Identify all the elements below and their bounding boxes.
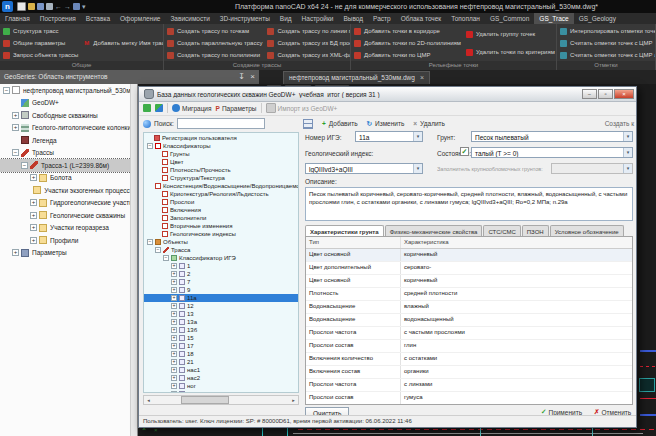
expand-icon[interactable]: + <box>171 343 177 349</box>
expand-icon[interactable]: + <box>171 271 177 277</box>
ribbon-item-добавить-точки-в-коридоре[interactable]: Добавить точки в коридоре <box>354 26 461 37</box>
qat-dropdown-icon[interactable]: ▾ <box>82 0 86 13</box>
table-row[interactable]: Цвет основнойкоричневый <box>306 249 632 262</box>
tree-item-7[interactable]: +7 <box>144 278 298 286</box>
tree-item-трасса[interactable]: −Трасса <box>144 246 298 254</box>
palette-scrollbar[interactable] <box>130 84 137 436</box>
ribbon-item-добавить-точки-по-2d-полилиниям[interactable]: Добавить точки по 2D-полилиниям <box>354 38 461 49</box>
ribbon-tab-топоплан[interactable]: Топоплан <box>446 13 485 24</box>
tree-item-легенда[interactable]: Легенда <box>0 134 137 147</box>
ribbon-tab-3d-инструменты[interactable]: 3D-инструменты <box>215 13 275 24</box>
soil-combobox[interactable]: Песок пылеватый▾ <box>471 131 633 142</box>
table-row[interactable]: Прослои частотас частыми прослоями <box>306 327 632 340</box>
expand-icon[interactable]: + <box>171 287 177 293</box>
expand-icon[interactable]: + <box>171 383 177 389</box>
collapse-icon[interactable]: − <box>3 87 10 94</box>
tree-item-нас1[interactable]: +нас1 <box>144 366 298 374</box>
collapse-icon[interactable]: − <box>147 239 153 245</box>
state-checkbox[interactable]: ✓ <box>460 147 469 156</box>
ribbon-item-создать-трассу-из-бд-проекта[interactable]: Создать трассу из БД проекта <box>267 38 351 49</box>
tree-item-9[interactable]: +9 <box>144 286 298 294</box>
ribbon-item-удалить-точки-по-критериям[interactable]: Удалить точки по критериям <box>466 47 555 58</box>
ribbon-item-удалить-группу-точек[interactable]: Удалить группу точек <box>466 29 555 40</box>
ribbon-tab-растр[interactable]: Растр <box>368 13 396 24</box>
expand-icon[interactable]: + <box>30 224 37 231</box>
tree-item-геологические-скважины[interactable]: +Геологические скважины <box>0 209 137 222</box>
expand-icon[interactable]: + <box>171 375 177 381</box>
ribbon-item-добавить-точки-по-цмр[interactable]: Добавить точки по ЦМР <box>354 50 461 61</box>
tree-item-профили[interactable]: +Профили <box>0 234 137 247</box>
scroll-left-icon[interactable]: ◂ <box>144 397 153 403</box>
expand-icon[interactable]: + <box>30 237 37 244</box>
tree-item-регистрация-пользователя[interactable]: Регистрация пользователя <box>144 134 298 142</box>
db-sync-icon[interactable] <box>155 104 163 112</box>
table-row[interactable]: Водонасыщениевлажный <box>306 301 632 314</box>
tree-item-11а[interactable]: +11а <box>144 294 298 302</box>
tree-item-структура-текстура[interactable]: Структура/Текстура <box>144 174 298 182</box>
tree-item-18[interactable]: +18 <box>144 350 298 358</box>
table-row[interactable]: Прослои составгумуса <box>306 392 632 405</box>
state-combobox[interactable]: талый (T >= 0)▾ <box>471 147 633 158</box>
tree-item-консистенция-водонасыщение-водопроницаемость[interactable]: Консистенция/Водонасыщение/Водопроницаем… <box>144 182 298 190</box>
edit-record-button[interactable]: ↻ Изменить <box>367 120 405 128</box>
delete-record-button[interactable]: × Удалить <box>413 120 445 127</box>
ribbon-tab-gs-trace[interactable]: GS_Trace <box>534 13 573 24</box>
ribbon-tab-gs-common[interactable]: GS_Common <box>485 13 534 24</box>
tree-hscrollbar[interactable]: ◂ ▸ <box>143 395 299 405</box>
collapse-icon[interactable]: − <box>12 149 19 156</box>
pin-icon[interactable]: ↧ <box>238 70 245 84</box>
table-icon[interactable] <box>303 119 313 129</box>
ribbon-item-общие-параметры[interactable]: Общие параметры <box>3 38 78 49</box>
expand-icon[interactable]: + <box>30 174 37 181</box>
open-file-icon[interactable] <box>28 3 35 10</box>
add-record-button[interactable]: + Добавить <box>322 120 358 127</box>
description-box[interactable]: Песок пылеватый коричневый, серовато-кор… <box>305 187 633 221</box>
print-icon[interactable] <box>46 3 53 10</box>
expand-icon[interactable]: + <box>171 367 177 373</box>
collapse-icon[interactable]: − <box>155 247 161 253</box>
table-row[interactable]: Прослои частотас линзами <box>306 379 632 392</box>
expand-icon[interactable]: + <box>171 263 177 269</box>
tree-item-прослои[interactable]: Прослои <box>144 198 298 206</box>
tree-item-трасса-1-l-2399-86м[interactable]: −Трасса-1 (L=2399.86м) <box>0 159 137 172</box>
undo-icon[interactable]: ← <box>55 0 62 13</box>
expand-icon[interactable]: + <box>12 112 19 119</box>
ribbon-tab-вид[interactable]: Вид <box>275 13 297 24</box>
expand-icon[interactable]: + <box>171 335 177 341</box>
plot-icon[interactable] <box>73 3 80 10</box>
redo-icon[interactable]: → <box>64 0 71 13</box>
table-row[interactable]: Прослои составглин <box>306 340 632 353</box>
tree-item-грунты[interactable]: Грунты <box>144 150 298 158</box>
table-row[interactable]: Плотностьсредней плотности <box>306 288 632 301</box>
tree-item-болота[interactable]: +Болота <box>0 172 137 185</box>
tree-item-плотность-прочность[interactable]: Плотность/Прочность <box>144 166 298 174</box>
tree-item-участки-экзогенных-процессов[interactable]: Участки экзогенных процессов <box>0 184 137 197</box>
tree-item-заполнители[interactable]: Заполнители <box>144 214 298 222</box>
filler-combobox[interactable]: ▾ <box>551 163 633 174</box>
scroll-thumb[interactable] <box>181 396 229 404</box>
tree-item-классификатор-игэ[interactable]: −Классификатор ИГЭ <box>144 254 298 262</box>
document-tab[interactable]: нефтепровод магистральный_530мм.dwg × <box>283 71 430 84</box>
ribbon-tab-вставка[interactable]: Вставка <box>81 13 115 24</box>
tree-item-вторичные-изменения[interactable]: Вторичные изменения <box>144 222 298 230</box>
expand-icon[interactable]: + <box>171 351 177 357</box>
tree-item-криотекстура-реология-льдистость[interactable]: Криотекстура/Реология/Льдистость <box>144 190 298 198</box>
tab-close-icon[interactable]: × <box>420 72 424 84</box>
parameters-button[interactable]: P Параметры <box>216 105 257 112</box>
collapse-icon[interactable]: − <box>147 143 153 149</box>
tree-item-15[interactable]: +15 <box>144 334 298 342</box>
tree-item-геолого-литологические-колонки[interactable]: +Геолого-литологические колонки <box>0 122 137 135</box>
ribbon-tab-оформление[interactable]: Оформление <box>115 13 165 24</box>
expand-icon[interactable]: + <box>171 311 177 317</box>
expand-icon[interactable]: + <box>171 391 177 393</box>
save-icon[interactable] <box>37 3 44 10</box>
ribbon-tab-облака-точек[interactable]: Облака точек <box>396 13 447 24</box>
ribbon-item-интерполировать-отметки-точек[interactable]: Интерполировать отметки точек <box>560 26 656 37</box>
tree-item-17[interactable]: +17 <box>144 342 298 350</box>
close-button[interactable]: × <box>614 89 634 99</box>
ribbon-tab-зависимости[interactable]: Зависимости <box>165 13 214 24</box>
tree-item-12[interactable]: +12 <box>144 302 298 310</box>
tree-item-13б[interactable]: +13б <box>144 326 298 334</box>
import-geodw-button[interactable]: Импорт из GeoDW+ <box>266 103 338 113</box>
tree-item-13[interactable]: +13 <box>144 310 298 318</box>
